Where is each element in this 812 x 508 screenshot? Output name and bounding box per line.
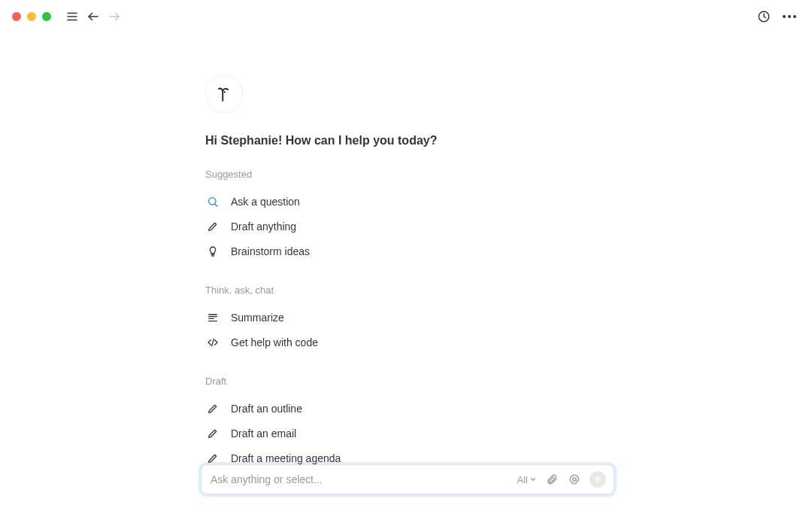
window-close-button[interactable] — [12, 12, 21, 21]
composer-bar: All — [201, 464, 614, 494]
menu-icon — [65, 10, 79, 23]
action-draft-outline[interactable]: Draft an outline — [205, 396, 341, 421]
action-summarize[interactable]: Summarize — [205, 305, 318, 330]
at-icon — [568, 473, 580, 485]
bulb-icon — [205, 245, 220, 257]
action-label: Draft a meeting agenda — [231, 452, 341, 464]
paperclip-icon — [546, 473, 558, 485]
action-list-think: Summarize Get help with code — [205, 305, 318, 354]
svg-point-6 — [224, 91, 226, 93]
action-list-suggested: Ask a question Draft anything Brainstorm… — [205, 189, 310, 263]
action-label: Draft an outline — [231, 403, 302, 415]
section-label-think: Think, ask, chat — [205, 284, 274, 296]
summarize-icon — [205, 312, 220, 324]
action-label: Get help with code — [231, 336, 318, 348]
pencil-icon — [205, 403, 220, 415]
sidebar-toggle-button[interactable] — [62, 6, 83, 27]
nav-back-button[interactable] — [83, 6, 104, 27]
scope-label: All — [517, 474, 528, 485]
arrow-left-icon — [86, 10, 100, 23]
action-label: Draft an email — [231, 427, 296, 440]
code-icon — [205, 336, 220, 348]
action-code-help[interactable]: Get help with code — [205, 330, 318, 354]
action-label: Draft anything — [231, 221, 296, 233]
action-label: Ask a question — [231, 196, 300, 208]
assistant-avatar — [205, 75, 243, 113]
mention-button[interactable] — [567, 472, 582, 487]
nav-forward-button — [104, 6, 125, 27]
section-label-draft: Draft — [205, 376, 226, 387]
svg-line-13 — [212, 339, 214, 345]
send-button[interactable] — [589, 471, 606, 488]
window-zoom-button[interactable] — [42, 12, 51, 21]
more-button[interactable] — [779, 6, 800, 27]
pencil-icon — [205, 221, 220, 233]
chevron-down-icon — [529, 476, 537, 483]
svg-line-8 — [215, 203, 217, 205]
topbar — [0, 0, 812, 33]
composer-controls: All — [517, 471, 606, 488]
composer: All — [201, 464, 614, 494]
window-minimize-button[interactable] — [27, 12, 36, 21]
svg-point-14 — [573, 478, 577, 482]
action-brainstorm[interactable]: Brainstorm ideas — [205, 239, 310, 263]
greeting-text: Hi Stephanie! How can I help you today? — [205, 134, 437, 148]
action-label: Brainstorm ideas — [231, 245, 310, 257]
composer-input[interactable] — [211, 473, 517, 485]
clock-icon — [757, 10, 771, 23]
attach-button[interactable] — [544, 472, 559, 487]
assistant-logo-icon — [214, 84, 235, 105]
action-list-draft: Draft an outline Draft an email Draft a … — [205, 396, 341, 470]
search-icon — [205, 196, 220, 208]
action-label: Summarize — [231, 312, 284, 324]
scope-selector[interactable]: All — [517, 474, 537, 485]
action-ask-question[interactable]: Ask a question — [205, 189, 310, 214]
window-traffic-lights — [12, 12, 51, 21]
arrow-right-icon — [108, 10, 121, 23]
history-button[interactable] — [753, 6, 774, 27]
arrow-up-icon — [593, 475, 602, 484]
action-draft-anything[interactable]: Draft anything — [205, 214, 310, 239]
more-icon — [783, 15, 796, 18]
main-content: Hi Stephanie! How can I help you today? … — [0, 75, 812, 508]
section-label-suggested: Suggested — [205, 169, 252, 180]
pencil-icon — [205, 427, 220, 440]
action-draft-email[interactable]: Draft an email — [205, 421, 341, 446]
pencil-icon — [205, 452, 220, 464]
